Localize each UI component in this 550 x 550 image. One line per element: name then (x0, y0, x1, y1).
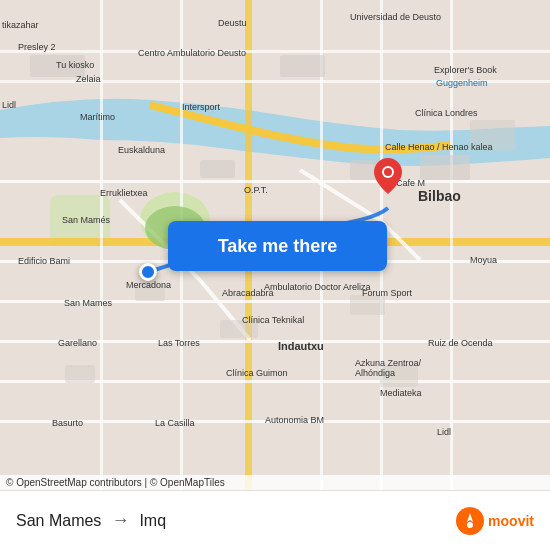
svg-rect-11 (0, 50, 550, 53)
map-attribution: © OpenStreetMap contributors | © OpenMap… (0, 475, 550, 490)
svg-rect-10 (0, 420, 550, 423)
svg-rect-12 (0, 80, 550, 83)
moovit-logo: moovit (456, 507, 534, 535)
route-from: San Mames (16, 512, 101, 530)
svg-rect-28 (65, 365, 95, 383)
svg-rect-23 (420, 155, 470, 180)
destination-marker (374, 158, 402, 198)
route-to: Imq (139, 512, 166, 530)
moovit-text: moovit (488, 513, 534, 529)
svg-rect-17 (450, 0, 453, 490)
svg-point-32 (467, 522, 473, 528)
svg-rect-8 (0, 340, 550, 343)
svg-rect-7 (0, 300, 550, 303)
take-me-there-button[interactable]: Take me there (168, 221, 387, 271)
svg-rect-25 (350, 295, 385, 315)
origin-marker (139, 263, 157, 281)
svg-rect-21 (200, 160, 235, 178)
svg-rect-27 (135, 285, 165, 301)
map-container: Deustu Universidad de Deusto Guggenheim … (0, 0, 550, 490)
svg-rect-26 (220, 320, 258, 338)
svg-rect-29 (380, 365, 418, 387)
route-arrow: → (111, 510, 129, 531)
moovit-icon (456, 507, 484, 535)
svg-rect-20 (280, 55, 325, 77)
bottom-bar: San Mames → Imq moovit (0, 490, 550, 550)
svg-point-31 (384, 168, 392, 176)
svg-rect-24 (470, 120, 515, 150)
svg-rect-13 (100, 0, 103, 490)
svg-rect-5 (0, 180, 550, 183)
svg-rect-19 (30, 55, 85, 77)
